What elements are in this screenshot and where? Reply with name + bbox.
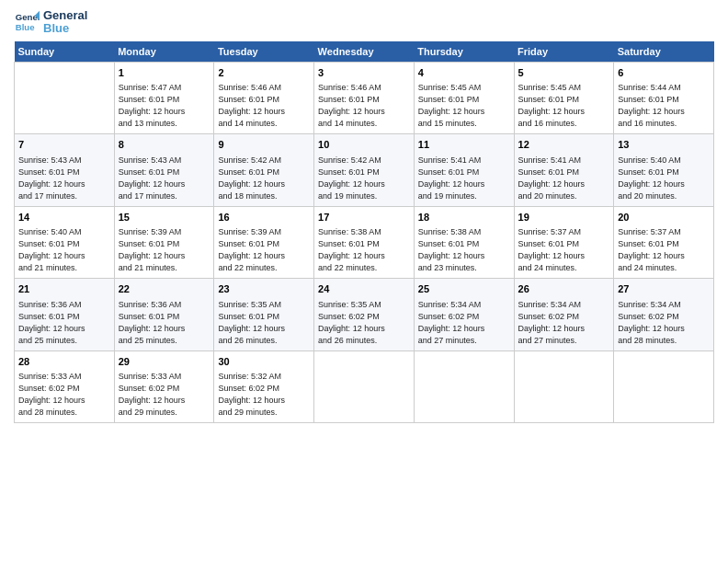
calendar-cell: 4Sunrise: 5:45 AM Sunset: 6:01 PM Daylig… xyxy=(414,62,514,134)
day-info: Sunrise: 5:34 AM Sunset: 6:02 PM Dayligh… xyxy=(518,299,610,347)
day-number: 12 xyxy=(518,138,610,152)
day-info: Sunrise: 5:34 AM Sunset: 6:02 PM Dayligh… xyxy=(418,299,510,347)
calendar-cell: 27Sunrise: 5:34 AM Sunset: 6:02 PM Dayli… xyxy=(614,279,714,351)
day-info: Sunrise: 5:38 AM Sunset: 6:01 PM Dayligh… xyxy=(318,226,410,274)
weekday-header-row: SundayMondayTuesdayWednesdayThursdayFrid… xyxy=(15,41,714,63)
day-number: 5 xyxy=(518,66,610,80)
calendar-cell: 19Sunrise: 5:37 AM Sunset: 6:01 PM Dayli… xyxy=(514,206,614,279)
svg-text:Blue: Blue xyxy=(16,22,35,32)
day-number: 17 xyxy=(318,211,410,224)
day-number: 27 xyxy=(618,282,710,296)
calendar-body: 1Sunrise: 5:47 AM Sunset: 6:01 PM Daylig… xyxy=(15,62,714,423)
calendar-cell xyxy=(314,350,415,423)
calendar-cell: 13Sunrise: 5:40 AM Sunset: 6:01 PM Dayli… xyxy=(614,134,714,207)
page-container: General Blue General Blue SundayMondayTu… xyxy=(0,0,728,432)
day-number: 18 xyxy=(418,211,510,224)
day-number: 9 xyxy=(218,138,310,152)
calendar-cell: 5Sunrise: 5:45 AM Sunset: 6:01 PM Daylig… xyxy=(514,62,614,134)
day-number: 24 xyxy=(318,282,410,296)
day-info: Sunrise: 5:33 AM Sunset: 6:02 PM Dayligh… xyxy=(18,371,110,419)
calendar-cell: 16Sunrise: 5:39 AM Sunset: 6:01 PM Dayli… xyxy=(214,206,314,279)
calendar-cell: 11Sunrise: 5:41 AM Sunset: 6:01 PM Dayli… xyxy=(414,134,514,207)
weekday-header-thursday: Thursday xyxy=(414,41,514,63)
calendar-cell xyxy=(414,350,514,423)
day-number: 29 xyxy=(119,355,210,369)
calendar-cell: 25Sunrise: 5:34 AM Sunset: 6:02 PM Dayli… xyxy=(414,279,514,351)
calendar-cell: 7Sunrise: 5:43 AM Sunset: 6:01 PM Daylig… xyxy=(15,134,115,207)
day-number: 10 xyxy=(318,138,410,152)
header: General Blue General Blue xyxy=(14,9,714,36)
day-number: 19 xyxy=(518,211,610,224)
day-info: Sunrise: 5:46 AM Sunset: 6:01 PM Dayligh… xyxy=(318,82,410,130)
calendar-cell xyxy=(614,350,714,423)
calendar-cell: 24Sunrise: 5:35 AM Sunset: 6:02 PM Dayli… xyxy=(314,279,415,351)
day-number: 23 xyxy=(218,282,310,296)
calendar-week-5: 28Sunrise: 5:33 AM Sunset: 6:02 PM Dayli… xyxy=(15,350,714,423)
calendar-cell: 21Sunrise: 5:36 AM Sunset: 6:01 PM Dayli… xyxy=(15,279,115,351)
day-number: 4 xyxy=(418,66,510,80)
calendar-week-3: 14Sunrise: 5:40 AM Sunset: 6:01 PM Dayli… xyxy=(15,206,714,279)
day-number: 30 xyxy=(218,355,310,369)
calendar-cell: 29Sunrise: 5:33 AM Sunset: 6:02 PM Dayli… xyxy=(114,350,214,423)
calendar-header: SundayMondayTuesdayWednesdayThursdayFrid… xyxy=(15,41,714,63)
day-number: 8 xyxy=(119,138,210,152)
day-info: Sunrise: 5:47 AM Sunset: 6:01 PM Dayligh… xyxy=(119,82,210,130)
day-number: 25 xyxy=(418,282,510,296)
weekday-header-sunday: Sunday xyxy=(15,41,115,63)
day-info: Sunrise: 5:45 AM Sunset: 6:01 PM Dayligh… xyxy=(518,82,610,130)
day-info: Sunrise: 5:39 AM Sunset: 6:01 PM Dayligh… xyxy=(218,226,310,274)
day-info: Sunrise: 5:39 AM Sunset: 6:01 PM Dayligh… xyxy=(119,226,210,274)
svg-text:General: General xyxy=(16,13,40,23)
calendar-cell: 22Sunrise: 5:36 AM Sunset: 6:01 PM Dayli… xyxy=(114,279,214,351)
day-number: 7 xyxy=(18,138,110,152)
day-number: 13 xyxy=(618,138,710,152)
day-info: Sunrise: 5:43 AM Sunset: 6:01 PM Dayligh… xyxy=(119,155,210,202)
calendar-week-2: 7Sunrise: 5:43 AM Sunset: 6:01 PM Daylig… xyxy=(15,134,714,207)
day-number: 28 xyxy=(18,355,110,369)
calendar-cell: 3Sunrise: 5:46 AM Sunset: 6:01 PM Daylig… xyxy=(314,62,415,134)
logo: General Blue General Blue xyxy=(14,9,87,36)
calendar-cell: 26Sunrise: 5:34 AM Sunset: 6:02 PM Dayli… xyxy=(514,279,614,351)
day-info: Sunrise: 5:45 AM Sunset: 6:01 PM Dayligh… xyxy=(418,82,510,130)
day-info: Sunrise: 5:32 AM Sunset: 6:02 PM Dayligh… xyxy=(218,371,310,419)
weekday-header-friday: Friday xyxy=(514,41,614,63)
calendar-week-4: 21Sunrise: 5:36 AM Sunset: 6:01 PM Dayli… xyxy=(15,279,714,351)
calendar-cell: 10Sunrise: 5:42 AM Sunset: 6:01 PM Dayli… xyxy=(314,134,415,207)
calendar-cell: 30Sunrise: 5:32 AM Sunset: 6:02 PM Dayli… xyxy=(214,350,314,423)
calendar-cell xyxy=(514,350,614,423)
day-number: 11 xyxy=(418,138,510,152)
logo-text-blue: Blue xyxy=(43,22,87,35)
day-number: 3 xyxy=(318,66,410,80)
calendar-cell: 18Sunrise: 5:38 AM Sunset: 6:01 PM Dayli… xyxy=(414,206,514,279)
calendar-cell: 23Sunrise: 5:35 AM Sunset: 6:01 PM Dayli… xyxy=(214,279,314,351)
calendar-cell: 15Sunrise: 5:39 AM Sunset: 6:01 PM Dayli… xyxy=(114,206,214,279)
weekday-header-saturday: Saturday xyxy=(614,41,714,63)
day-info: Sunrise: 5:44 AM Sunset: 6:01 PM Dayligh… xyxy=(618,82,710,130)
day-info: Sunrise: 5:35 AM Sunset: 6:02 PM Dayligh… xyxy=(318,299,410,347)
calendar-cell: 17Sunrise: 5:38 AM Sunset: 6:01 PM Dayli… xyxy=(314,206,415,279)
day-info: Sunrise: 5:40 AM Sunset: 6:01 PM Dayligh… xyxy=(618,155,710,202)
day-info: Sunrise: 5:36 AM Sunset: 6:01 PM Dayligh… xyxy=(119,299,210,347)
day-number: 6 xyxy=(618,66,710,80)
weekday-header-wednesday: Wednesday xyxy=(314,41,415,63)
calendar-table: SundayMondayTuesdayWednesdayThursdayFrid… xyxy=(14,41,714,424)
day-number: 21 xyxy=(18,282,110,296)
day-info: Sunrise: 5:38 AM Sunset: 6:01 PM Dayligh… xyxy=(418,226,510,274)
day-info: Sunrise: 5:42 AM Sunset: 6:01 PM Dayligh… xyxy=(218,155,310,202)
calendar-cell: 20Sunrise: 5:37 AM Sunset: 6:01 PM Dayli… xyxy=(614,206,714,279)
day-number: 15 xyxy=(119,211,210,224)
calendar-cell: 28Sunrise: 5:33 AM Sunset: 6:02 PM Dayli… xyxy=(15,350,115,423)
weekday-header-monday: Monday xyxy=(114,41,214,63)
calendar-cell xyxy=(15,62,115,134)
weekday-header-tuesday: Tuesday xyxy=(214,41,314,63)
calendar-cell: 2Sunrise: 5:46 AM Sunset: 6:01 PM Daylig… xyxy=(214,62,314,134)
day-info: Sunrise: 5:41 AM Sunset: 6:01 PM Dayligh… xyxy=(418,155,510,202)
day-number: 20 xyxy=(618,211,710,224)
calendar-cell: 1Sunrise: 5:47 AM Sunset: 6:01 PM Daylig… xyxy=(114,62,214,134)
day-info: Sunrise: 5:41 AM Sunset: 6:01 PM Dayligh… xyxy=(518,155,610,202)
day-info: Sunrise: 5:33 AM Sunset: 6:02 PM Dayligh… xyxy=(119,371,210,419)
day-info: Sunrise: 5:37 AM Sunset: 6:01 PM Dayligh… xyxy=(618,226,710,274)
day-info: Sunrise: 5:40 AM Sunset: 6:01 PM Dayligh… xyxy=(18,226,110,274)
calendar-cell: 8Sunrise: 5:43 AM Sunset: 6:01 PM Daylig… xyxy=(114,134,214,207)
calendar-cell: 9Sunrise: 5:42 AM Sunset: 6:01 PM Daylig… xyxy=(214,134,314,207)
